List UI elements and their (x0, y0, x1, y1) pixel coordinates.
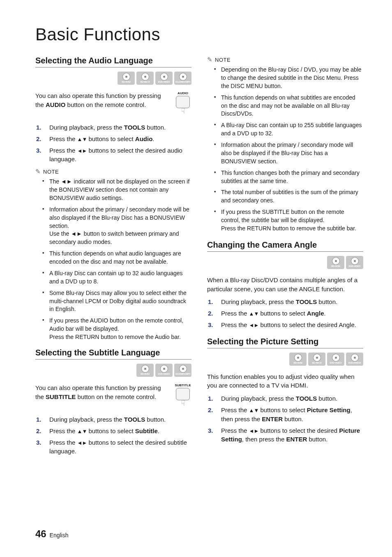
subtitle-steps: During playback, press the TOOLS button.… (35, 415, 191, 456)
note-item: Depending on the Blu-ray Disc / DVD, you… (221, 66, 363, 91)
camera-angle-heading: Changing the Camera Angle (207, 240, 363, 250)
text: AUDIO (46, 101, 65, 108)
disc-badge-bd-re-r: BD-RE/-R (308, 353, 325, 366)
subtitle-intro-text: You can also operate this function by pr… (35, 383, 168, 402)
disc-badge-bd-rom: BD-ROM (327, 256, 344, 269)
step-item: During playback, press the TOOLS button. (35, 123, 191, 132)
subtitle-btn-caption: SUBTITLE (175, 383, 191, 387)
picture-disc-badges: BD-ROM BD-RE/-R DVD-VIDEO DVD±RW/±R (207, 353, 363, 366)
footer-language: English (50, 532, 69, 538)
button-shape (176, 96, 190, 108)
note-label: NOTE (43, 169, 59, 175)
camera-disc-badges: BD-ROM DVD-VIDEO (207, 256, 363, 269)
step-item: Press the ◄► buttons to select the desir… (35, 438, 191, 456)
disc-badge-bd-re-r: BD-RE/-R (136, 72, 154, 85)
picture-intro-text: This function enables you to adjust vide… (207, 372, 363, 390)
note-item: Some Blu-ray Discs may allow you to sele… (49, 289, 191, 314)
page-title: Basic Functions (35, 25, 363, 44)
page-number: 46 (35, 528, 46, 539)
disc-badge-bd-rom: BD-ROM (136, 364, 154, 377)
section-divider (207, 251, 363, 252)
disc-badge-divx: DivX/MKV/MP4 (174, 364, 191, 377)
text: button on the remote control. (76, 393, 156, 400)
step-item: During playback, press the TOOLS button. (207, 394, 363, 403)
disc-badge-bd-rom: BD-ROM (289, 353, 307, 366)
note-item: The ◄► indicator will not be displayed o… (49, 178, 191, 202)
section-divider (35, 67, 191, 67)
audio-note-header: ✎ NOTE (35, 168, 191, 175)
step-item: Press the ◄► buttons to select the desir… (35, 146, 191, 164)
audio-btn-caption: AUDIO (178, 91, 188, 95)
note-item: Information about the primary / secondar… (49, 206, 191, 246)
subtitle-notes-list: Depending on the Blu-ray Disc / DVD, you… (207, 66, 363, 233)
picture-steps: During playback, press the TOOLS button.… (207, 394, 363, 444)
step-item: Press the ▲▼ buttons to select Audio. (35, 135, 191, 144)
disc-badge-divx: DivX/MKV/MP4 (174, 72, 191, 85)
disc-badge-dvd-video: DVD-VIDEO (155, 364, 173, 377)
audio-steps: During playback, press the TOOLS button.… (35, 123, 191, 164)
step-item: Press the ◄► buttons to select the desir… (207, 426, 363, 444)
note-item: This function changes both the primary a… (221, 169, 363, 186)
pen-icon: ✎ (207, 56, 212, 63)
step-item: Press the ▲▼ buttons to select Subtitle. (35, 427, 191, 436)
note-item: If you press the AUDIO button on the rem… (49, 317, 191, 341)
right-column: ✎ NOTE Depending on the Blu-ray Disc / D… (207, 56, 363, 460)
disc-badge-dvd-rw-r: DVD±RW/±R (346, 353, 363, 366)
camera-intro-text: When a Blu-ray Disc/DVD contains multipl… (207, 276, 363, 294)
note-label: NOTE (215, 57, 231, 63)
picture-setting-heading: Selecting the Picture Setting (207, 337, 363, 346)
disc-badge-dvd-video: DVD-VIDEO (346, 256, 363, 269)
subtitle-disc-badges: BD-ROM DVD-VIDEO DivX/MKV/MP4 (35, 364, 191, 377)
disc-badge-dvd-video: DVD-VIDEO (327, 353, 344, 366)
audio-remote-row: You can also operate this function by pr… (35, 91, 191, 116)
audio-intro-text: You can also operate this function by pr… (35, 91, 168, 109)
text: button on the remote control. (65, 101, 146, 108)
page-container: Basic Functions Selecting the Audio Lang… (0, 0, 392, 557)
note-item: This function depends on what audio lang… (49, 250, 191, 266)
note-item: If you press the SUBTITLE button on the … (221, 208, 363, 233)
audio-button-illustration: AUDIO ☟ (174, 91, 191, 116)
subtitle-lang-heading: Selecting the Subtitle Language (35, 348, 191, 357)
left-column: Selecting the Audio Language BD-ROM BD-R… (35, 56, 191, 460)
step-item: Press the ◄► buttons to select the desir… (207, 320, 363, 330)
step-item: During playback, press the TOOLS button. (207, 297, 363, 306)
two-column-layout: Selecting the Audio Language BD-ROM BD-R… (35, 56, 363, 460)
subtitle-button-illustration: SUBTITLE ☟ (174, 383, 191, 408)
section-divider (207, 348, 363, 348)
disc-badge-bd-rom: BD-ROM (118, 72, 135, 85)
camera-steps: During playback, press the TOOLS button.… (207, 297, 363, 329)
section-divider (35, 359, 191, 360)
audio-notes-list: The ◄► indicator will not be displayed o… (35, 178, 191, 341)
step-item: Press the ▲▼ buttons to select Angle. (207, 309, 363, 318)
note-item: Information about the primary / secondar… (221, 141, 363, 166)
step-item: Press the ▲▼ buttons to select Picture S… (207, 406, 363, 424)
note-item: This function depends on what subtitles … (221, 94, 363, 118)
pen-icon: ✎ (35, 168, 41, 175)
text: SUBTITLE (46, 393, 76, 400)
subtitle-remote-row: You can also operate this function by pr… (35, 383, 191, 408)
step-item: During playback, press the TOOLS button. (35, 415, 191, 424)
audio-lang-heading: Selecting the Audio Language (35, 56, 191, 65)
note-item: A Blu-ray Disc can contain up to 255 sub… (221, 121, 363, 138)
button-shape (176, 388, 190, 400)
subtitle-note-header: ✎ NOTE (207, 56, 363, 63)
note-item: The total number of subtitles is the sum… (221, 188, 363, 205)
disc-badge-dvd-video: DVD-VIDEO (155, 72, 173, 85)
note-item: A Blu-ray Disc can contain up to 32 audi… (49, 269, 191, 286)
audio-disc-badges: BD-ROM BD-RE/-R DVD-VIDEO DivX/MKV/MP4 (35, 72, 191, 85)
page-footer: 46 English (35, 528, 69, 540)
